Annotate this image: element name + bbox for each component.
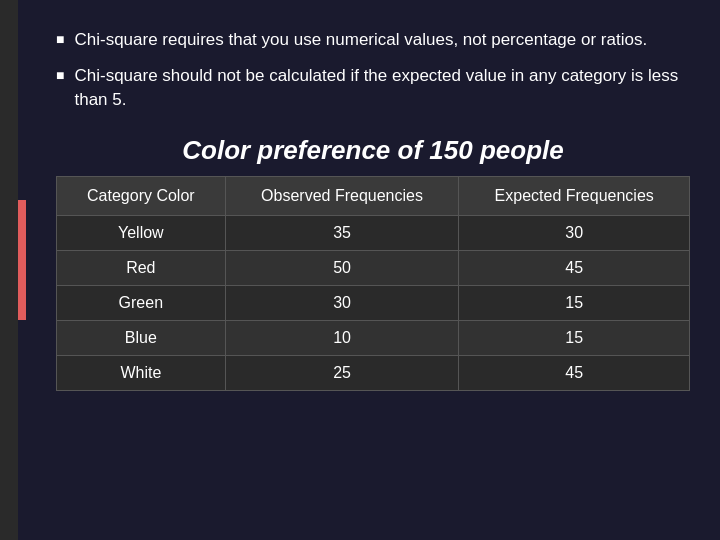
table-cell-0-0: Yellow: [57, 216, 226, 251]
table-cell-2-1: 30: [225, 286, 459, 321]
table-cell-1-2: 45: [459, 251, 690, 286]
table-row: Green3015: [57, 286, 690, 321]
table-row: White2545: [57, 356, 690, 391]
table-cell-1-0: Red: [57, 251, 226, 286]
bullet-text-2: Chi-square should not be calculated if t…: [74, 64, 690, 112]
bullet-icon-1: ■: [56, 30, 64, 50]
table-cell-2-0: Green: [57, 286, 226, 321]
left-sidebar: [0, 0, 18, 540]
table-cell-1-1: 50: [225, 251, 459, 286]
table-row: Blue1015: [57, 321, 690, 356]
bullet-icon-2: ■: [56, 66, 64, 86]
table-cell-0-1: 35: [225, 216, 459, 251]
table-cell-4-2: 45: [459, 356, 690, 391]
header-category-color: Category Color: [57, 177, 226, 216]
table-header-row: Category Color Observed Frequencies Expe…: [57, 177, 690, 216]
bullet-item-2: ■ Chi-square should not be calculated if…: [56, 64, 690, 112]
bullet-section: ■ Chi-square requires that you use numer…: [56, 28, 690, 111]
main-content: ■ Chi-square requires that you use numer…: [36, 0, 720, 540]
header-expected: Expected Frequencies: [459, 177, 690, 216]
table-cell-2-2: 15: [459, 286, 690, 321]
table-cell-3-0: Blue: [57, 321, 226, 356]
data-table: Category Color Observed Frequencies Expe…: [56, 176, 690, 391]
table-title: Color preference of 150 people: [56, 135, 690, 166]
table-cell-3-2: 15: [459, 321, 690, 356]
table-row: Red5045: [57, 251, 690, 286]
bullet-item-1: ■ Chi-square requires that you use numer…: [56, 28, 690, 52]
table-cell-4-1: 25: [225, 356, 459, 391]
header-observed: Observed Frequencies: [225, 177, 459, 216]
table-cell-0-2: 30: [459, 216, 690, 251]
bullet-text-1: Chi-square requires that you use numeric…: [74, 28, 690, 52]
table-cell-4-0: White: [57, 356, 226, 391]
table-row: Yellow3530: [57, 216, 690, 251]
table-section: Color preference of 150 people Category …: [56, 135, 690, 391]
table-cell-3-1: 10: [225, 321, 459, 356]
accent-bar: [18, 200, 26, 320]
